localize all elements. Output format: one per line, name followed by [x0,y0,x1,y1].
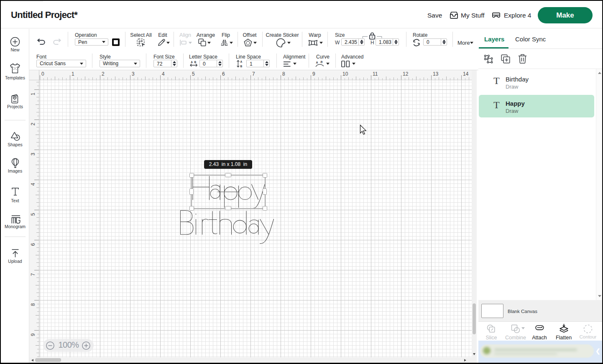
svg-text:A: A [191,61,193,64]
svg-text:B: B [240,65,243,68]
svg-text:A: A [240,60,243,63]
svg-text:B: B [320,60,323,64]
svg-text:A: A [316,61,318,64]
svg-text:B: B [194,61,196,64]
